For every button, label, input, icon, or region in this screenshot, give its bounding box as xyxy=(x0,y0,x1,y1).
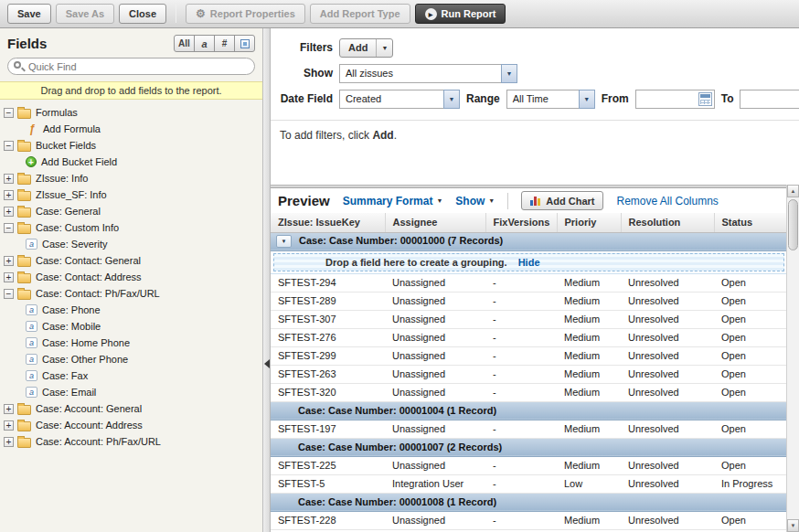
tree-item[interactable]: aCase: Severity xyxy=(0,236,262,252)
filter-text-type-button[interactable]: a xyxy=(194,35,215,52)
table-cell: Unresolved xyxy=(621,383,714,401)
collapse-left-arrow-icon[interactable] xyxy=(264,359,270,368)
tree-item-label: Case: Other Phone xyxy=(42,354,128,365)
save-as-button[interactable]: Save As xyxy=(56,4,114,24)
expand-icon[interactable]: + xyxy=(4,207,14,217)
tree-item[interactable]: +ZIssue: Info xyxy=(0,170,262,186)
table-row[interactable]: SFTEST-225Unassigned-MediumUnresolvedOpe… xyxy=(271,456,786,474)
tree-item[interactable]: +Case: Contact: Address xyxy=(0,269,262,285)
grouping-drop-zone[interactable]: Drop a field here to create a grouping.H… xyxy=(273,253,784,271)
expand-icon[interactable]: + xyxy=(4,190,14,200)
tree-item[interactable]: aCase: Email xyxy=(0,384,262,400)
to-date-input[interactable] xyxy=(740,90,799,109)
collapse-icon[interactable]: − xyxy=(4,108,14,118)
tree-item-label: Case: General xyxy=(36,206,101,217)
table-row[interactable]: SFTEST-289Unassigned-MediumUnresolvedOpe… xyxy=(271,292,786,310)
column-header[interactable]: FixVersions xyxy=(485,213,557,232)
remove-all-columns-link[interactable]: Remove All Columns xyxy=(616,195,718,207)
tree-item-label: Case: Account: Address xyxy=(36,420,143,431)
table-row[interactable]: SFTEST-276Unassigned-MediumUnresolvedOpe… xyxy=(271,328,786,346)
table-cell: Medium xyxy=(557,511,621,529)
tree-item[interactable]: −Case: Custom Info xyxy=(0,219,262,236)
expand-icon[interactable]: + xyxy=(4,420,14,431)
scroll-up-icon[interactable]: ▲ xyxy=(787,185,799,197)
table-row[interactable]: SFTEST-307Unassigned-MediumUnresolvedOpe… xyxy=(271,310,786,328)
table-row[interactable]: SFTEST-299Unassigned-MediumUnresolvedOpe… xyxy=(271,346,786,365)
report-properties-button[interactable]: ⚙ Report Properties xyxy=(186,4,305,24)
expand-icon[interactable]: + xyxy=(4,256,14,266)
add-chart-button[interactable]: Add Chart xyxy=(521,191,603,210)
tree-item-label: ZIssue: Info xyxy=(36,173,88,184)
hide-link[interactable]: Hide xyxy=(518,257,540,268)
show-columns-dropdown[interactable]: Show ▼ xyxy=(455,195,495,207)
tree-item[interactable]: −Formulas xyxy=(0,104,262,121)
run-report-button[interactable]: ▶ Run Report xyxy=(415,4,506,24)
tree-item[interactable]: +ZIssue_SF: Info xyxy=(0,186,262,203)
table-row[interactable]: SFTEST-263Unassigned-MediumUnresolvedOpe… xyxy=(271,365,786,383)
tree-item[interactable]: +Case: Contact: General xyxy=(0,252,262,269)
table-cell: Open xyxy=(714,365,786,383)
group-header-row[interactable]: Case: Case Number: 00001008 (1 Record) xyxy=(271,493,786,511)
table-cell: - xyxy=(485,511,557,529)
tree-item[interactable]: −Bucket Fields xyxy=(0,137,262,154)
table-cell: Unresolved xyxy=(621,474,714,493)
expand-icon[interactable]: + xyxy=(4,404,14,414)
chevron-down-icon: ▼ xyxy=(501,64,517,83)
table-row[interactable]: SFTEST-320Unassigned-MediumUnresolvedOpe… xyxy=(271,383,786,401)
table-cell: Medium xyxy=(557,292,621,310)
tree-item[interactable]: +Case: Account: Ph/Fax/URL xyxy=(0,433,262,450)
date-field-select[interactable]: Created ▼ xyxy=(339,90,460,109)
summary-format-dropdown[interactable]: Summary Format ▼ xyxy=(343,195,443,207)
filter-all-button[interactable]: All xyxy=(174,35,195,52)
group-header-row[interactable]: Case: Case Number: 00001007 (2 Records) xyxy=(271,438,786,456)
group-menu-button[interactable]: ▼ xyxy=(276,235,292,248)
column-header[interactable]: Assignee xyxy=(385,213,485,232)
tree-item[interactable]: aCase: Mobile xyxy=(0,318,262,335)
tree-item[interactable]: ƒAdd Formula xyxy=(0,121,262,137)
add-report-type-button[interactable]: Add Report Type xyxy=(310,4,410,24)
save-button[interactable]: Save xyxy=(7,4,51,24)
tree-item[interactable]: +Case: General xyxy=(0,203,262,219)
expand-icon[interactable]: + xyxy=(4,272,14,282)
close-button[interactable]: Close xyxy=(119,4,166,24)
preview-table: ZIssue: IssueKeyAssigneeFixVersionsPrior… xyxy=(271,213,786,532)
tree-item[interactable]: +Add Bucket Field xyxy=(0,154,262,170)
vertical-scrollbar[interactable]: ▲ ▼ xyxy=(786,185,799,532)
panel-resizer[interactable] xyxy=(263,28,271,532)
filter-number-type-button[interactable]: # xyxy=(214,35,235,52)
tree-item[interactable]: aCase: Other Phone xyxy=(0,351,262,367)
tree-item-label: ZIssue_SF: Info xyxy=(36,189,107,200)
show-select[interactable]: All zissues ▼ xyxy=(339,64,517,83)
calendar-icon[interactable] xyxy=(698,92,712,106)
column-header[interactable]: Resolution xyxy=(621,213,714,232)
scrollbar-thumb[interactable] xyxy=(788,199,798,250)
column-header[interactable]: ZIssue: IssueKey xyxy=(271,213,385,232)
tree-item[interactable]: aCase: Home Phone xyxy=(0,335,262,351)
group-header-row[interactable]: Case: Case Number: 00001004 (1 Record) xyxy=(271,401,786,420)
column-header[interactable]: Prioriy xyxy=(557,213,621,232)
tree-item[interactable]: aCase: Phone xyxy=(0,302,262,318)
tree-item[interactable]: +Case: Account: General xyxy=(0,400,262,417)
quick-find-input[interactable] xyxy=(7,58,255,75)
column-header[interactable]: Status xyxy=(714,213,786,232)
from-date-input[interactable] xyxy=(636,91,698,107)
table-row[interactable]: SFTEST-197Unassigned-MediumUnresolvedOpe… xyxy=(271,420,786,438)
collapse-icon[interactable]: − xyxy=(4,289,14,299)
tree-item-label: Case: Custom Info xyxy=(36,222,119,233)
table-row[interactable]: SFTEST-294Unassigned-MediumUnresolvedOpe… xyxy=(271,273,786,292)
add-filter-button[interactable]: Add ▼ xyxy=(339,38,393,58)
range-select[interactable]: All Time ▼ xyxy=(506,90,595,109)
collapse-icon[interactable]: − xyxy=(4,223,14,233)
group-header-row[interactable]: ▼Case: Case Number: 00001000 (7 Records) xyxy=(271,232,786,250)
tree-item[interactable]: −Case: Contact: Ph/Fax/URL xyxy=(0,285,262,302)
filter-checkbox-type-button[interactable] xyxy=(234,35,255,52)
tree-item[interactable]: aCase: Fax xyxy=(0,367,262,384)
table-row[interactable]: SFTEST-228Unassigned-MediumUnresolvedOpe… xyxy=(271,511,786,529)
expand-icon[interactable]: + xyxy=(4,437,14,447)
table-row[interactable]: SFTEST-5Integration User-LowUnresolvedIn… xyxy=(271,474,786,493)
expand-icon[interactable]: + xyxy=(4,174,14,184)
tree-item[interactable]: +Case: Account: Address xyxy=(0,417,262,433)
collapse-icon[interactable]: − xyxy=(4,141,14,151)
play-icon: ▶ xyxy=(425,8,437,20)
scroll-down-icon[interactable]: ▼ xyxy=(787,519,799,532)
